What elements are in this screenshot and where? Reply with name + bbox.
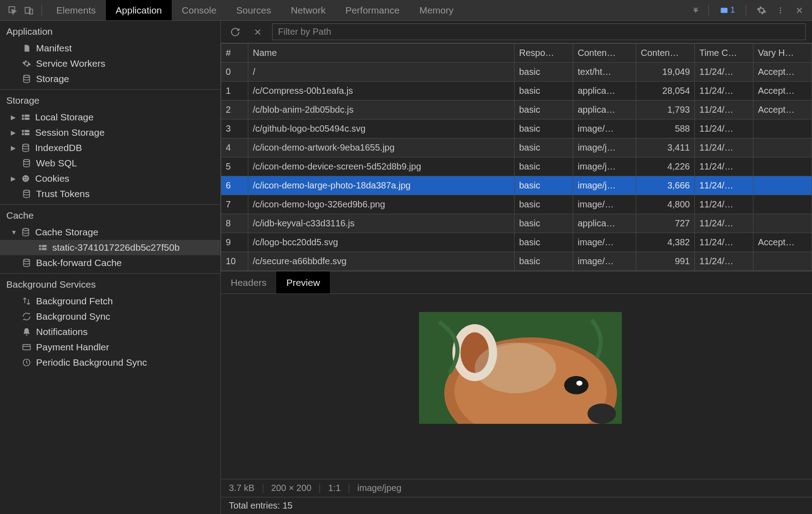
sidebar-item-manifest[interactable]: Manifest (0, 41, 220, 56)
database-icon (21, 143, 31, 153)
sidebar-item-back-forward-cache[interactable]: Back-forward Cache (0, 255, 220, 271)
issues-badge[interactable]: 1 (716, 5, 739, 16)
sidebar-item-label: Cache Storage (35, 227, 98, 238)
devtools-toolbar: ElementsApplicationConsoleSourcesNetwork… (0, 0, 812, 21)
sidebar-item-label: Session Storage (35, 127, 105, 138)
table-row[interactable]: 3/c/github-logo-bc05494c.svgbasicimage/…… (221, 119, 812, 138)
table-icon (21, 128, 31, 138)
settings-icon[interactable] (754, 3, 769, 18)
sidebar-item-periodic-sync[interactable]: Periodic Background Sync (0, 355, 220, 370)
cell-name: /c/icon-demo-artwork-9eba1655.jpg (248, 138, 515, 157)
expand-arrow-icon[interactable]: ▶ (11, 144, 16, 151)
svg-rect-26 (42, 245, 47, 247)
inspect-icon[interactable] (5, 3, 20, 18)
more-tabs-icon[interactable] (689, 3, 703, 18)
sidebar-item-cookies[interactable]: ▶ Cookies (0, 171, 220, 186)
cache-entries-table: # Name Respo… Conten… Conten… Time C… Va… (221, 43, 812, 271)
cell-ct: applica… (573, 101, 636, 119)
refresh-icon[interactable] (228, 25, 242, 39)
table-row[interactable]: 10/c/secure-a66bbdfe.svgbasicimage/…9911… (221, 252, 812, 271)
cell-idx: 3 (221, 119, 248, 138)
sidebar-item-payment-handler[interactable]: Payment Handler (0, 340, 220, 355)
table-row[interactable]: 4/c/icon-demo-artwork-9eba1655.jpgbasici… (221, 138, 812, 157)
device-toggle-icon[interactable] (22, 3, 36, 18)
col-index[interactable]: # (221, 44, 248, 63)
sidebar-item-label: Local Storage (35, 112, 94, 123)
table-row[interactable]: 2/c/blob-anim-2db05bdc.jsbasicapplica…1,… (221, 101, 812, 119)
svg-point-24 (23, 229, 28, 231)
cell-idx: 0 (221, 63, 248, 82)
cell-resp: basic (515, 252, 573, 271)
cell-tc: 11/24/… (695, 252, 753, 271)
expand-arrow-icon[interactable]: ▶ (11, 114, 16, 121)
svg-point-17 (23, 160, 29, 162)
sync-icon (22, 312, 32, 321)
cell-cl: 4,800 (636, 195, 695, 214)
tab-application[interactable]: Application (106, 0, 172, 20)
cell-resp: basic (515, 157, 573, 176)
col-content-length[interactable]: Conten… (636, 44, 695, 63)
col-content-type[interactable]: Conten… (573, 44, 636, 63)
tab-console[interactable]: Console (172, 0, 226, 20)
collapse-arrow-icon[interactable]: ▼ (11, 229, 16, 236)
tab-network[interactable]: Network (281, 0, 335, 20)
footer-bar: Total entries: 15 (221, 497, 812, 514)
close-icon[interactable] (792, 3, 807, 18)
table-row[interactable]: 5/c/icon-demo-device-screen-5d52d8b9.jpg… (221, 157, 812, 176)
table-row[interactable]: 9/c/logo-bcc20dd5.svgbasicimage/…4,38211… (221, 233, 812, 252)
table-row[interactable]: 8/c/idb-keyval-c33d3116.jsbasicapplica…7… (221, 214, 812, 233)
tab-headers[interactable]: Headers (221, 271, 276, 294)
svg-rect-25 (39, 245, 41, 247)
expand-arrow-icon[interactable]: ▶ (11, 129, 16, 136)
tab-memory[interactable]: Memory (410, 0, 464, 20)
tab-performance[interactable]: Performance (335, 0, 409, 20)
sidebar-item-background-fetch[interactable]: Background Fetch (0, 294, 220, 309)
svg-rect-15 (25, 133, 30, 135)
col-time-cached[interactable]: Time C… (695, 44, 753, 63)
sidebar-item-notifications[interactable]: Notifications (0, 324, 220, 340)
col-response[interactable]: Respo… (515, 44, 573, 63)
cell-idx: 1 (221, 82, 248, 101)
sidebar-item-cache-entry[interactable]: static-3741017226db5c27f50b (0, 240, 220, 255)
status-ratio: 1:1 (328, 483, 341, 493)
sidebar-item-websql[interactable]: Web SQL (0, 156, 220, 171)
gear-icon (22, 59, 32, 69)
filter-input[interactable] (272, 23, 806, 40)
sidebar-item-storage[interactable]: Storage (0, 71, 220, 87)
table-row[interactable]: 0/basictext/ht…19,04911/24/…Accept… (221, 63, 812, 82)
cell-cl: 1,793 (636, 101, 695, 119)
cell-tc: 11/24/… (695, 82, 753, 101)
database-icon (21, 227, 31, 237)
tab-sources[interactable]: Sources (226, 0, 281, 20)
svg-point-23 (23, 190, 29, 193)
cell-cl: 588 (636, 119, 695, 138)
svg-rect-30 (23, 344, 31, 350)
svg-point-22 (27, 179, 27, 180)
sidebar-item-local-storage[interactable]: ▶ Local Storage (0, 110, 220, 125)
sidebar-item-session-storage[interactable]: ▶ Session Storage (0, 125, 220, 140)
col-vary-header[interactable]: Vary H… (753, 44, 812, 63)
sidebar-item-indexeddb[interactable]: ▶ IndexedDB (0, 140, 220, 156)
svg-point-19 (24, 177, 25, 178)
sidebar-item-label: Notifications (36, 326, 87, 337)
sidebar-item-trust-tokens[interactable]: Trust Tokens (0, 186, 220, 202)
expand-arrow-icon[interactable]: ▶ (11, 175, 16, 182)
sidebar-item-cache-storage[interactable]: ▼ Cache Storage (0, 225, 220, 240)
close-filter-icon[interactable] (251, 25, 265, 39)
sidebar-item-label: Background Sync (36, 311, 110, 322)
table-row[interactable]: 1/c/Compress-00b1eafa.jsbasicapplica…28,… (221, 82, 812, 101)
cell-tc: 11/24/… (695, 63, 753, 82)
preview-status-bar: 3.7 kB 200 × 200 1:1 image/jpeg (221, 479, 812, 497)
kebab-menu-icon[interactable] (773, 3, 788, 18)
sidebar-item-background-sync[interactable]: Background Sync (0, 309, 220, 324)
cell-resp: basic (515, 63, 573, 82)
cell-tc: 11/24/… (695, 101, 753, 119)
cell-ct: image/… (573, 195, 636, 214)
sidebar-item-service-workers[interactable]: Service Workers (0, 56, 220, 71)
table-row[interactable]: 7/c/icon-demo-logo-326ed9b6.pngbasicimag… (221, 195, 812, 214)
table-row[interactable]: 6/c/icon-demo-large-photo-18da387a.jpgba… (221, 176, 812, 195)
tab-elements[interactable]: Elements (46, 0, 106, 20)
col-name[interactable]: Name (248, 44, 515, 63)
cell-vh: Accept… (753, 101, 812, 119)
tab-preview[interactable]: Preview (276, 271, 330, 294)
